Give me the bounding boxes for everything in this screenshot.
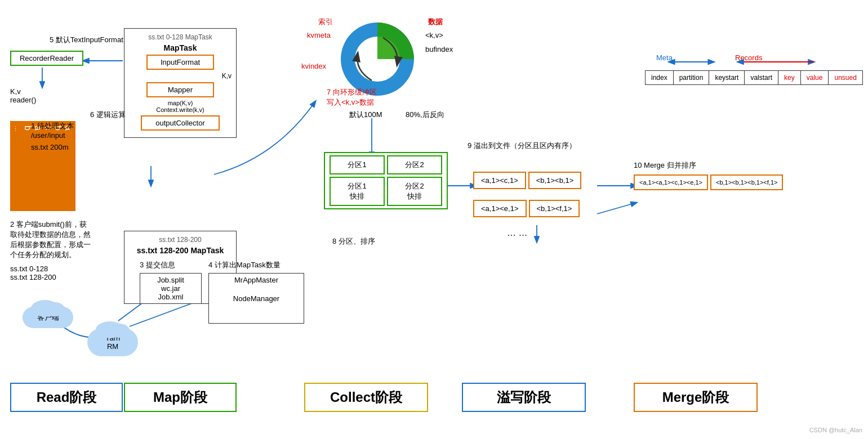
meta-label: Meta bbox=[656, 53, 673, 62]
col-value: value bbox=[800, 71, 829, 85]
spill-a1e1: <a,1><e,1> bbox=[473, 200, 527, 217]
ring-data-label: 数据 bbox=[428, 17, 443, 27]
main-diagram: 5 默认TextInputFormat RecorderReader K,v r… bbox=[0, 0, 868, 439]
record-table-container: index partition keystart valstart key va… bbox=[645, 70, 863, 85]
ring-kvindex-label: kvindex bbox=[301, 62, 326, 70]
partition-container: 分区1 分区2 分区1 快排 分区2 快排 bbox=[324, 152, 448, 209]
spill-a1c1: <a,1><c,1> bbox=[473, 172, 526, 189]
step2-label: 2 客户端submit()前，获 取待处理数据的信息，然 后根据参数配置，形成一… bbox=[10, 220, 91, 260]
step2b-label: ss.txt 0-128 ss.txt 128-200 bbox=[10, 265, 56, 281]
maptask1-box: ss.txt 0-128 MapTask MapTask InputFormat… bbox=[124, 28, 237, 138]
col-index: index bbox=[646, 71, 674, 85]
col-key: key bbox=[778, 71, 801, 85]
step7-label: 7 向环形缓冲区 写入<k,v>数据 bbox=[327, 87, 377, 107]
mrappmaster-box: MrAppMaster NodeManager bbox=[208, 273, 304, 324]
ring-index-label: 索引 bbox=[318, 17, 333, 27]
partition2-sort-box: 分区2 快排 bbox=[387, 177, 442, 206]
map-kv-label: map(K,v)Context.write(k,v) bbox=[129, 100, 232, 113]
ring-kvmeta-label: kvmeta bbox=[307, 31, 331, 39]
merge-result-a: <a,1><a,1><c,1><e,1> bbox=[634, 174, 708, 190]
spill-b1b1: <b,1><b,1> bbox=[528, 172, 582, 189]
kv-out-label: K,v bbox=[129, 72, 232, 80]
spill-row1: <a,1><c,1> <b,1><b,1> bbox=[473, 172, 581, 189]
step10-label: 10 Merge 归并排序 bbox=[634, 160, 696, 171]
output-collector-box: outputCollector bbox=[141, 115, 220, 131]
step7b-label: 默认100M bbox=[349, 110, 382, 120]
ring-kv-label: <k,v> bbox=[425, 31, 443, 39]
ellipsis-label: … … bbox=[507, 228, 527, 238]
col-keystart: keystart bbox=[709, 71, 745, 85]
col-unsued: unsued bbox=[829, 71, 862, 85]
read-stage-label: Read阶段 bbox=[10, 383, 123, 412]
merge-stage-label: Merge阶段 bbox=[634, 383, 758, 412]
partition1-box: 分区1 bbox=[330, 155, 385, 174]
client-cloud: 客户端 bbox=[23, 307, 73, 328]
map-stage-label: Map阶段 bbox=[124, 383, 237, 412]
records-label: Records bbox=[735, 53, 762, 62]
kv-reader-label: K,v reader() bbox=[10, 87, 36, 104]
partition1-sort-box: 分区1 快排 bbox=[330, 177, 385, 206]
ring-bufindex-label: bufindex bbox=[425, 45, 453, 53]
recorder-reader-box: RecorderReader bbox=[10, 51, 83, 66]
collect-stage-label: Collect阶段 bbox=[304, 383, 428, 412]
job-split-box: Job.split wc.jar Job.xml bbox=[140, 273, 202, 304]
spill-stage-label: 溢写阶段 bbox=[462, 383, 586, 412]
partition2-box: 分区2 bbox=[387, 155, 442, 174]
watermark: CSDN @hutc_Alan bbox=[809, 427, 862, 433]
step1-label: 1 待处理文本 /user/input ss.txt 200m bbox=[31, 121, 74, 151]
spill-b1f1: <b,1><f,1> bbox=[529, 200, 580, 217]
mapper-box: Mapper bbox=[146, 82, 214, 97]
step5-label: 5 默认TextInputFormat bbox=[50, 35, 123, 45]
svg-line-9 bbox=[597, 203, 636, 214]
merge-result-row1: <a,1><a,1><c,1><e,1> <b,1><b,1><b,1><f,1… bbox=[634, 174, 783, 190]
spill-row2: <a,1><e,1> <b,1><f,1> bbox=[473, 200, 580, 217]
record-table: index partition keystart valstart key va… bbox=[645, 70, 863, 85]
yarn-rm-cloud: Yarn RM bbox=[87, 328, 138, 356]
col-partition: partition bbox=[673, 71, 709, 85]
merge-result-b: <b,1><b,1><b,1><f,1> bbox=[710, 174, 784, 190]
inputformat-box: InputFormat bbox=[146, 55, 214, 70]
step7c-label: 80%,后反向 bbox=[406, 110, 444, 120]
step3-label: 3 提交信息 bbox=[140, 260, 175, 270]
step8-label: 8 分区、排序 bbox=[332, 236, 375, 247]
step6-label: 6 逻辑运算 bbox=[90, 110, 126, 120]
step4-label: 4 计算出MapTask数量 bbox=[208, 260, 281, 270]
step9-label: 9 溢出到文件（分区且区内有序） bbox=[468, 141, 576, 151]
col-valstart: valstart bbox=[745, 71, 778, 85]
